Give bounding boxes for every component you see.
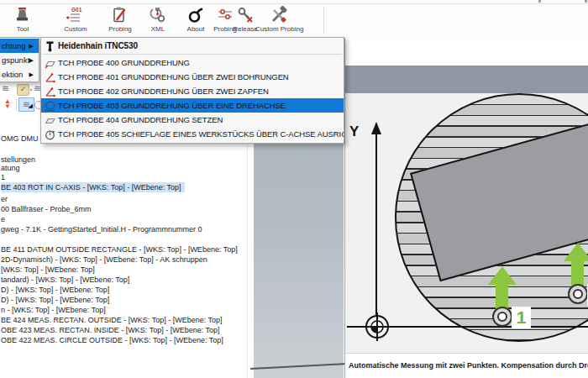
menu-item-probe-404[interactable]: TCH PROBE 404 GRUNDDREHUNG SETZEN bbox=[41, 113, 344, 127]
dropdown-dot-icon bbox=[30, 89, 32, 91]
rotary-axis-icon bbox=[45, 100, 55, 111]
release-key-icon bbox=[236, 6, 255, 24]
probe-point-1-icon bbox=[491, 306, 513, 328]
toolbar-button-custom[interactable]: G01 Custom bbox=[52, 6, 99, 33]
svg-text:G01: G01 bbox=[71, 7, 82, 13]
tree-row[interactable]: D) - [WKS: Top] - [WEbene: Top] bbox=[1, 285, 109, 295]
window-edge-mark bbox=[585, 0, 587, 3]
probe-point-2-icon bbox=[567, 283, 588, 305]
tree-row[interactable]: BE 424 MEAS. RECTAN. OUTSIDE - [WKS: Top… bbox=[1, 315, 223, 325]
submenu-arrow-icon: ▶ bbox=[29, 67, 34, 81]
toolbar-label: Tool bbox=[0, 25, 46, 33]
tree-row[interactable]: D) - [WKS: Top] - [WEbene: Top] bbox=[1, 295, 109, 305]
tree-row[interactable]: [WKS: Top] - [WEbene: Top] bbox=[1, 265, 95, 275]
probing-illustration: Y 1 2 bbox=[345, 93, 588, 353]
menu-item-probe-403-selected[interactable]: TCH PROBE 403 GRUNDDREHUNG ÜBER EINE DRE… bbox=[41, 98, 344, 113]
tree-row[interactable]: OBE 422 MEAS. CIRCLE OUTSIDE - [WKS: Top… bbox=[1, 335, 223, 345]
sort-updown-icon[interactable]: ▲▼ bbox=[2, 99, 13, 111]
touch-probe-icon bbox=[45, 40, 55, 51]
context-submenu-probing-cycles: Heidenhain iTNC530 TCH PROBE 400 GRUNDDR… bbox=[40, 37, 344, 144]
y-axis-line bbox=[375, 134, 377, 327]
tool-icon bbox=[13, 6, 32, 24]
angle-icon bbox=[45, 71, 55, 82]
toolbar-label: Custom bbox=[52, 25, 99, 33]
toolbar-label: Custom Probing bbox=[255, 25, 302, 33]
ribbon-toolbar: Tool G01 Custom Probing XML About Probin… bbox=[0, 4, 588, 39]
verify-check-icon[interactable]: ✓ bbox=[17, 84, 29, 96]
y-axis-label: Y bbox=[349, 123, 359, 140]
tree-row[interactable]: BE 411 DATUM OUTSIDE RECTANGLE - [WKS: T… bbox=[1, 244, 238, 255]
illustration-header-band bbox=[345, 66, 588, 94]
probe-arrow-2-icon bbox=[564, 243, 588, 261]
toolbar-button-tool[interactable]: Tool bbox=[0, 6, 46, 33]
menu-item-ausrichtung[interactable]: chtung▶ bbox=[0, 39, 39, 53]
illustration-caption-area: Automatische Messung mit zwei Punkten. K… bbox=[345, 353, 588, 378]
submenu-arrow-icon: ▶ bbox=[29, 53, 34, 67]
tree-row-selected[interactable]: BE 403 ROT IN C-AXIS - [WKS: Top] - [WEb… bbox=[1, 182, 185, 192]
tree-row[interactable]: e bbox=[1, 214, 5, 224]
toolbar-separator bbox=[323, 6, 324, 34]
tree-row[interactable]: tandard) - [WKS: Top] - [WEbene: Top] bbox=[1, 275, 129, 285]
plane-icon bbox=[45, 57, 55, 68]
menu-item-probe-402[interactable]: TCH PROBE 402 GRUNDDREHUNG ÜBER ZWEI ZAP… bbox=[41, 84, 344, 98]
waves-surface-icon[interactable]: ≋ bbox=[2, 83, 9, 94]
viewport-model-edge bbox=[250, 363, 348, 370]
tree-row[interactable]: 1 bbox=[1, 172, 5, 182]
probe-arrow-1-icon bbox=[488, 266, 517, 285]
tree-row[interactable]: n - [WKS: Top] - [WEbene: Top] bbox=[1, 305, 106, 315]
submenu-header-heidenhain: Heidenhain iTNC530 bbox=[41, 39, 344, 53]
illustration-caption: Automatische Messung mit zwei Punkten. K… bbox=[349, 361, 588, 370]
menu-item-probe-405[interactable]: TCH PROBE 405 SCHIEFLAGE EINES WERKSTÜCK… bbox=[41, 127, 344, 141]
toolbar-button-custom-probing[interactable]: Custom Probing bbox=[255, 6, 302, 33]
submenu-arrow-icon: ▶ bbox=[29, 39, 34, 53]
window-edge-mark bbox=[538, 0, 541, 3]
help-illustration-panel: Y 1 2 Automatische Messung mit zwei Punk… bbox=[344, 38, 588, 378]
menu-separator bbox=[43, 54, 342, 55]
icon-separator bbox=[16, 99, 17, 111]
context-menu-parent: chtung▶ gspunkt▶ ektion▶ bbox=[0, 37, 39, 82]
menu-item-bezugspunkt[interactable]: gspunkt▶ bbox=[0, 53, 39, 67]
xml-gear-icon bbox=[149, 6, 167, 24]
probing-clipboard-icon bbox=[111, 6, 129, 24]
angle-icon bbox=[45, 86, 55, 97]
menu-item-probe-401[interactable]: TCH PROBE 401 GRUNDDREHUNG ÜBER ZWEI BOH… bbox=[41, 70, 344, 84]
tree-row[interactable]: 00 Ballfräser - Probe_6mm bbox=[1, 204, 92, 214]
menu-item-probe-400[interactable]: TCH PROBE 400 GRUNDDREHUNG bbox=[41, 55, 344, 70]
menu-item-selektion[interactable]: ektion▶ bbox=[0, 67, 39, 81]
custom-gcode-icon: G01 bbox=[66, 6, 85, 24]
c-axis-rotate-icon bbox=[45, 129, 55, 139]
datum-origin-icon bbox=[360, 310, 394, 344]
tree-row[interactable]: er bbox=[1, 194, 8, 204]
tree-row[interactable]: gweg - 7.1K - GettingStarted_Initial.H -… bbox=[1, 224, 202, 234]
tree-row[interactable]: 2D-Dynamisch) - [WKS: Top] - [WEbene: To… bbox=[1, 255, 207, 265]
probe-point-1-label: 1 bbox=[512, 307, 531, 328]
tree-row[interactable]: OBE 423 MEAS. RECTAN. INSIDE - [WKS: Top… bbox=[1, 325, 220, 335]
waves-select-icon[interactable]: ≋◢ bbox=[18, 97, 34, 112]
custom-probing-tools-icon bbox=[270, 6, 288, 24]
plane-set-icon bbox=[45, 114, 55, 125]
y-axis-arrowhead bbox=[371, 122, 381, 134]
